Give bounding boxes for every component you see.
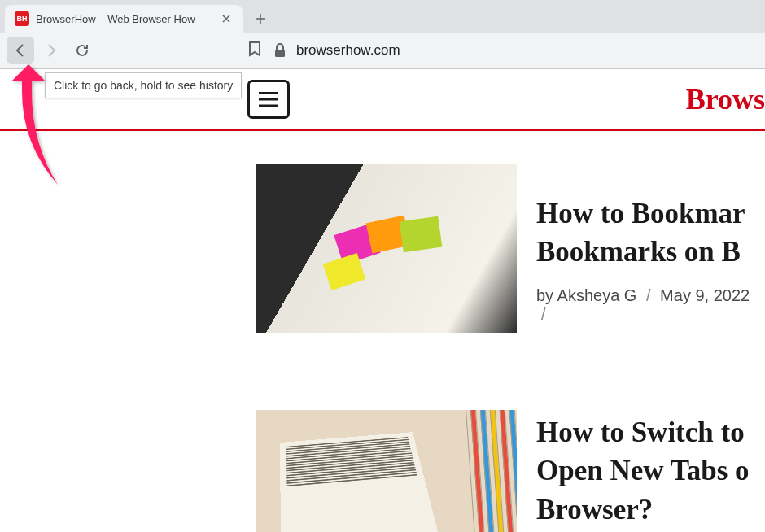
- menu-button[interactable]: [247, 80, 290, 119]
- url-zone[interactable]: browserhow.com: [273, 42, 400, 59]
- separator: /: [646, 286, 651, 304]
- new-tab-button[interactable]: [249, 7, 272, 30]
- address-bar: browserhow.com: [0, 33, 765, 68]
- bookmark-button[interactable]: [247, 41, 262, 60]
- url-text: browserhow.com: [296, 42, 400, 59]
- separator: /: [541, 305, 546, 323]
- article-date: May 9, 2022: [660, 286, 750, 304]
- title-line: Browser?: [536, 494, 653, 525]
- by-label: by: [536, 286, 557, 304]
- browser-chrome: BH BrowserHow – Web Browser How browserh…: [0, 0, 765, 69]
- title-line: How to Bookmar: [536, 198, 745, 229]
- article-title[interactable]: How to Bookmar Bookmarks on B: [536, 194, 765, 272]
- forward-button[interactable]: [37, 37, 65, 64]
- article-item: How to Bookmar Bookmarks on B by Aksheya…: [256, 164, 765, 333]
- book-page-graphic: [280, 432, 443, 532]
- tab-close-button[interactable]: [220, 12, 233, 25]
- site-logo[interactable]: Brows: [686, 82, 765, 116]
- article-info: How to Bookmar Bookmarks on B by Aksheya…: [536, 164, 765, 324]
- article-thumbnail[interactable]: [256, 410, 517, 532]
- article-title[interactable]: How to Switch to Open New Tabs o Browser…: [536, 413, 750, 529]
- article-item: How to Switch to Open New Tabs o Browser…: [256, 410, 765, 532]
- sticky-note-icon: [400, 216, 443, 252]
- browser-tab[interactable]: BH BrowserHow – Web Browser How: [5, 5, 243, 33]
- tab-title: BrowserHow – Web Browser How: [36, 13, 213, 25]
- bookmark-zone: [99, 41, 270, 60]
- tab-bar: BH BrowserHow – Web Browser How: [0, 0, 765, 33]
- reload-icon: [74, 42, 90, 59]
- title-line: How to Switch to: [536, 416, 745, 448]
- title-line: Bookmarks on B: [536, 236, 741, 268]
- back-button[interactable]: [7, 37, 34, 64]
- reload-button[interactable]: [68, 37, 96, 64]
- page-content: Brows How to Bookmar Bookmarks on B by A…: [0, 69, 765, 532]
- article-list: How to Bookmar Bookmarks on B by Aksheya…: [0, 131, 765, 532]
- hamburger-icon: [259, 92, 278, 107]
- close-icon: [222, 15, 230, 23]
- article-meta: by Aksheya G / May 9, 2022 /: [536, 286, 765, 324]
- book-fan-graphic: [466, 410, 517, 532]
- article-info: How to Switch to Open New Tabs o Browser…: [536, 410, 750, 529]
- title-line: Open New Tabs o: [536, 455, 750, 486]
- plus-icon: [255, 13, 266, 24]
- article-thumbnail[interactable]: [256, 164, 517, 333]
- bookmark-icon: [247, 41, 262, 57]
- tab-favicon: BH: [15, 11, 29, 26]
- forward-arrow-icon: [44, 43, 59, 58]
- back-arrow-icon: [13, 43, 28, 58]
- svg-rect-0: [275, 50, 285, 57]
- article-author[interactable]: Aksheya G: [557, 286, 637, 304]
- lock-icon: [273, 43, 286, 58]
- back-button-tooltip: Click to go back, hold to see history: [45, 72, 242, 98]
